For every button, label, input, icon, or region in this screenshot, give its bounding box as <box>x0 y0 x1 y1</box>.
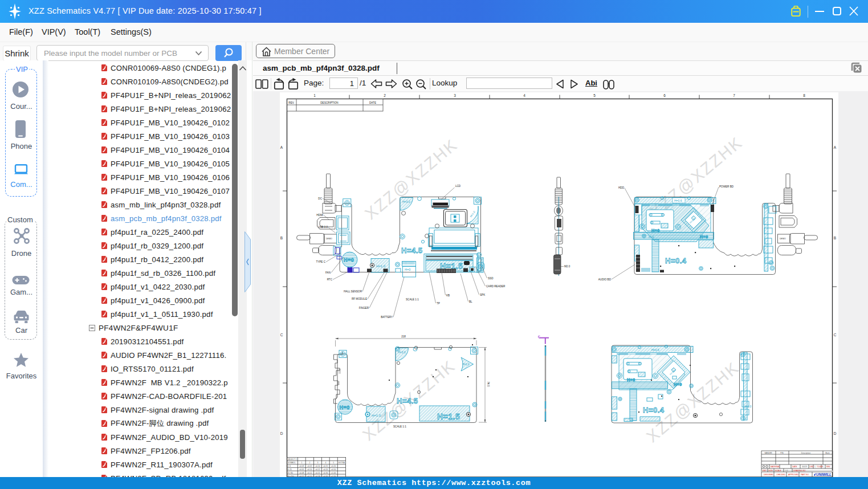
svg-text:H=0.6: H=0.6 <box>651 348 659 352</box>
svg-text:3: 3 <box>454 93 456 97</box>
svg-text:SPK: SPK <box>480 294 486 296</box>
svg-text:Mark: Mark <box>825 452 830 454</box>
svg-text:DRAWING NO: DRAWING NO <box>793 470 806 472</box>
svg-text:DEMO: DEMO <box>326 238 332 240</box>
svg-text:SCALE 1:1: SCALE 1:1 <box>406 298 419 301</box>
svg-text:7: 7 <box>733 93 735 97</box>
svg-text:6: 6 <box>663 93 666 97</box>
svg-text:4: 4 <box>523 93 525 97</box>
svg-text:A: A <box>280 145 283 149</box>
svg-text:A: A <box>834 145 837 149</box>
svg-text:RTC: RTC <box>327 278 333 281</box>
svg-text:±0.10: ±0.10 <box>315 465 320 467</box>
svg-text:CHECKED: CHECKED <box>776 474 786 476</box>
svg-text:D: D <box>280 431 283 435</box>
svg-text:H=0: H=0 <box>340 405 350 410</box>
svg-text:KB: KB <box>446 294 450 297</box>
svg-text:M2.0: M2.0 <box>564 265 570 268</box>
svg-text:BATTERY: BATTERY <box>381 316 393 319</box>
svg-text:AUDIO BD: AUDIO BD <box>598 278 612 281</box>
svg-text:±0.05: ±0.05 <box>299 468 304 471</box>
svg-text:±1.00: ±1.00 <box>331 472 336 474</box>
svg-text:H=4.5: H=4.5 <box>401 246 423 255</box>
svg-text:DC: DC <box>318 197 322 200</box>
svg-text:H=1.0: H=1.0 <box>376 264 386 268</box>
svg-text:D: D <box>834 431 837 435</box>
svg-text:H=0: H=0 <box>674 382 682 386</box>
svg-text:BL: BL <box>469 300 472 303</box>
svg-text:TYPE C: TYPE C <box>316 260 325 263</box>
svg-text:Description: Description <box>801 452 811 454</box>
svg-text:3: 3 <box>317 462 319 464</box>
svg-text:±0.20: ±0.20 <box>331 465 336 467</box>
svg-text:1: 1 <box>822 466 824 468</box>
svg-text:1: 1 <box>814 466 816 468</box>
svg-text:±0.10: ±0.10 <box>307 468 312 471</box>
svg-text:REV: REV <box>826 466 831 468</box>
svg-text:±0.30: ±0.30 <box>323 472 328 474</box>
svg-text:CARD READER: CARD READER <box>486 285 506 288</box>
svg-text:H=0.4: H=0.4 <box>643 406 665 414</box>
svg-text:±0.03: ±0.03 <box>299 465 304 467</box>
svg-text:5: 5 <box>593 93 596 97</box>
svg-text:SIZE: SIZE <box>769 470 773 472</box>
svg-text:H=0: H=0 <box>405 268 410 271</box>
svg-text:SELECT II: SELECT II <box>288 458 297 461</box>
svg-text:±0.12: ±0.12 <box>307 472 312 474</box>
svg-text:H=1.0: H=1.0 <box>372 414 381 417</box>
svg-text:H=0: H=0 <box>344 257 354 263</box>
svg-text:UNIT: UNIT <box>763 470 767 472</box>
svg-text:±0.12: ±0.12 <box>315 468 320 471</box>
svg-text:1: 1 <box>301 462 302 464</box>
svg-text:4: 4 <box>325 462 326 464</box>
svg-text:H=0: H=0 <box>651 229 660 233</box>
svg-text:H=4.5: H=4.5 <box>397 397 418 405</box>
svg-text:APPROVED: APPROVED <box>788 474 799 476</box>
svg-text:VANDER: VANDER <box>764 452 772 454</box>
svg-text:PART NO: PART NO <box>801 474 809 476</box>
svg-text:B: B <box>834 236 836 240</box>
svg-text:DATE: DATE <box>792 466 797 468</box>
svg-text:2: 2 <box>384 93 386 97</box>
svg-text:±0.20: ±0.20 <box>323 468 328 471</box>
svg-text:DESIGNED: DESIGNED <box>764 474 774 476</box>
svg-text:25~80: 25~80 <box>288 472 293 474</box>
svg-text:UNIT: UNIT <box>810 466 814 468</box>
svg-text:±0.15: ±0.15 <box>315 472 320 474</box>
svg-text:0~6: 0~6 <box>288 465 291 467</box>
svg-text:DESCRIPTION: DESCRIPTION <box>320 101 338 104</box>
svg-text:1: 1 <box>313 93 316 97</box>
svg-text:SSD: SSD <box>488 277 494 280</box>
svg-text:H=3.0: H=3.0 <box>398 351 406 354</box>
svg-text:RF MODULE: RF MODULE <box>352 298 367 300</box>
svg-text:SCALE: SCALE <box>775 470 782 472</box>
svg-text:C: C <box>834 333 837 337</box>
svg-text:DEMO: DEMO <box>780 238 786 240</box>
svg-text:C: C <box>280 333 283 337</box>
svg-text:SYMBOL: SYMBOL <box>288 462 296 464</box>
svg-text:1:1: 1:1 <box>785 470 788 472</box>
svg-text:6~25: 6~25 <box>288 468 292 471</box>
svg-text:±0.50: ±0.50 <box>331 468 336 471</box>
svg-text:H=0: H=0 <box>627 378 635 382</box>
svg-text:±0.08: ±0.08 <box>299 472 304 474</box>
svg-text:±0.15: ±0.15 <box>323 465 328 467</box>
svg-text:H=1.5: H=1.5 <box>437 412 460 421</box>
svg-text:8: 8 <box>803 93 805 97</box>
svg-text:74.5: 74.5 <box>487 382 490 387</box>
svg-text:LCD: LCD <box>455 185 461 188</box>
svg-text:REV.: REV. <box>288 101 294 104</box>
svg-text:B: B <box>280 236 283 240</box>
svg-text:P/N: P/N <box>780 452 784 454</box>
svg-text:HALL SENSOR: HALL SENSOR <box>344 290 362 293</box>
svg-text:HDMI: HDMI <box>316 214 323 217</box>
svg-text:3/4/19: 3/4/19 <box>802 466 807 468</box>
svg-text:H=0.4: H=0.4 <box>665 256 687 265</box>
svg-text:H=0: H=0 <box>700 235 708 239</box>
svg-text:H=0.6: H=0.6 <box>674 199 682 202</box>
svg-text:2: 2 <box>309 462 310 464</box>
svg-text:UNIWILL: UNIWILL <box>816 472 832 476</box>
svg-text:218: 218 <box>401 335 406 338</box>
svg-text:EXTRA: EXTRA <box>339 462 345 464</box>
svg-text:H=0: H=0 <box>649 235 654 239</box>
